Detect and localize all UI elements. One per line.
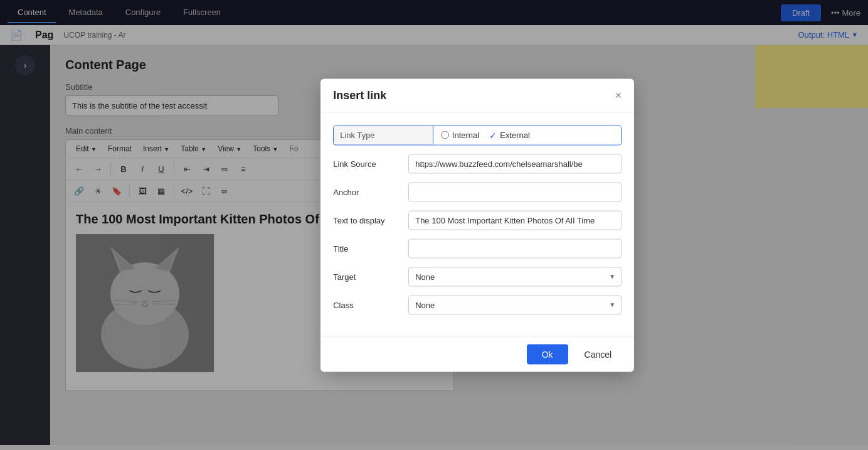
class-select-wrap: None <box>408 295 622 314</box>
link-type-control: Link Type Internal ✓ External <box>333 125 622 145</box>
link-type-row: Link Type Internal ✓ External <box>333 125 622 145</box>
target-select[interactable]: None _blank _self _parent _top <box>408 267 622 286</box>
modal-body: Link Type Internal ✓ External Link Sourc… <box>320 112 634 336</box>
link-source-input[interactable] <box>408 154 622 173</box>
text-to-display-label: Text to display <box>333 215 408 225</box>
modal-title: Insert link <box>333 88 386 102</box>
link-source-label: Link Source <box>333 159 408 168</box>
anchor-wrap <box>408 182 622 201</box>
class-row: Class None <box>333 295 622 314</box>
anchor-input[interactable] <box>408 182 622 201</box>
target-row: Target None _blank _self _parent _top <box>333 267 622 286</box>
text-to-display-wrap <box>408 210 622 230</box>
class-select[interactable]: None <box>408 295 622 314</box>
link-type-internal[interactable]: Internal <box>441 131 479 140</box>
cancel-button[interactable]: Cancel <box>574 344 622 364</box>
link-source-wrap <box>408 154 622 173</box>
target-select-wrap: None _blank _self _parent _top <box>408 267 622 286</box>
anchor-label: Anchor <box>333 187 408 196</box>
link-type-external[interactable]: ✓ External <box>489 130 530 140</box>
target-label: Target <box>333 272 408 281</box>
title-row: Title <box>333 238 622 258</box>
radio-internal[interactable] <box>441 131 449 139</box>
title-wrap <box>408 238 622 258</box>
link-type-options: Internal ✓ External <box>433 126 621 144</box>
text-to-display-row: Text to display <box>333 210 622 230</box>
checkmark-icon: ✓ <box>489 130 497 140</box>
ok-button[interactable]: Ok <box>527 344 568 364</box>
anchor-row: Anchor <box>333 182 622 201</box>
link-source-row: Link Source <box>333 154 622 173</box>
modal-footer: Ok Cancel <box>320 336 634 372</box>
title-label: Title <box>333 244 408 253</box>
class-label: Class <box>333 300 408 309</box>
link-type-label: Link Type <box>334 126 433 144</box>
modal-close-button[interactable]: × <box>615 90 622 101</box>
modal-header: Insert link × <box>320 78 634 112</box>
insert-link-modal: Insert link × Link Type Internal ✓ Exter… <box>320 78 634 372</box>
text-to-display-input[interactable] <box>408 210 622 230</box>
title-input[interactable] <box>408 238 622 258</box>
